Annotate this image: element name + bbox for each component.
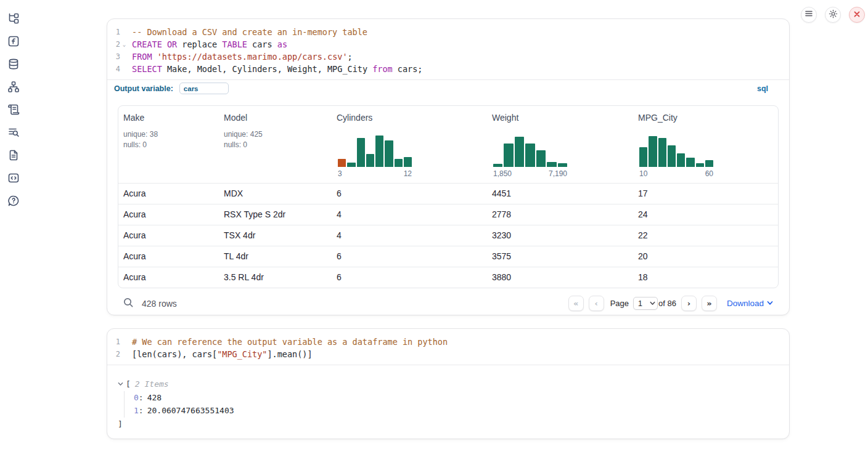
table-cell: MDX — [219, 184, 332, 204]
sidebar-item-data-sources[interactable] — [7, 59, 20, 71]
page-total: of 86 — [658, 299, 676, 308]
tree-toggle-icon[interactable] — [118, 378, 126, 391]
page-select[interactable]: 1 — [633, 297, 658, 310]
fold-spacer — [120, 348, 128, 360]
sidebar-item-file-explorer[interactable] — [7, 14, 20, 26]
menu-button[interactable] — [801, 7, 817, 23]
python-code-editor[interactable]: 1# We can reference the output variable … — [107, 329, 789, 365]
tree-children: 0:4281:20.060747663551403 — [124, 391, 789, 418]
line-number: 1 — [107, 26, 120, 38]
column-title: Cylinders — [337, 113, 482, 123]
output-variable-input[interactable] — [179, 83, 229, 94]
data-table: Makeunique: 38nulls: 0Modelunique: 425nu… — [118, 105, 779, 288]
histogram-bar — [375, 136, 383, 167]
sidebar-item-dependency-graph[interactable] — [7, 82, 20, 94]
sidebar-item-snippets[interactable] — [7, 173, 20, 185]
histogram-bar — [649, 136, 657, 167]
download-button[interactable]: Download — [727, 299, 773, 308]
sql-code-editor[interactable]: 1-- Download a CSV and create an in-memo… — [107, 19, 789, 79]
first-page-button[interactable]: « — [568, 296, 584, 311]
code-snippet-icon — [7, 172, 20, 187]
tree-key: 1 — [134, 406, 139, 415]
column-header-model[interactable]: Modelunique: 425nulls: 0 — [219, 106, 332, 183]
chevron-down-icon — [767, 299, 773, 308]
table-cell: Acura — [118, 246, 219, 267]
cell-sql: 1-- Download a CSV and create an in-memo… — [107, 18, 790, 315]
histogram-min-label: 3 — [338, 169, 342, 178]
tree-value: 428 — [147, 393, 162, 402]
table-cell: 3575 — [487, 246, 633, 267]
line-number: 1 — [107, 336, 120, 348]
column-histogram: 1060 — [639, 134, 713, 178]
table-cell: 4451 — [487, 184, 633, 204]
histogram-bar — [639, 147, 647, 167]
table-cell: TL 4dr — [219, 246, 332, 267]
sidebar-item-documentation[interactable] — [7, 150, 20, 163]
table-cell: 6 — [332, 184, 487, 204]
tree-close-bracket: ] — [118, 418, 789, 431]
table-cell: 3230 — [487, 225, 633, 246]
column-header-weight[interactable]: Weight1,8507,190 — [487, 106, 633, 183]
cell-python: 1# We can reference the output variable … — [107, 328, 790, 439]
hamburger-icon — [805, 9, 813, 20]
table-cell: TSX 4dr — [219, 225, 332, 246]
sidebar-item-scratchpad[interactable] — [7, 105, 20, 117]
table-cell: RSX Type S 2dr — [219, 204, 332, 225]
shutdown-button[interactable] — [849, 7, 865, 23]
histogram-bar — [658, 138, 666, 167]
sidebar-item-help[interactable] — [7, 196, 20, 208]
tree-entry: 1:20.060747663551403 — [134, 404, 789, 418]
settings-button[interactable] — [825, 7, 841, 23]
table-row: Acura3.5 RL 4dr6388018 — [118, 267, 778, 288]
column-histogram: 1,8507,190 — [493, 134, 567, 178]
search-button[interactable] — [123, 298, 134, 309]
table-cell: 18 — [633, 267, 778, 288]
table-cell: Acura — [118, 184, 219, 204]
sidebar-item-variables[interactable] — [7, 36, 20, 49]
table-cell: 24 — [633, 204, 778, 225]
column-stats: unique: 38nulls: 0 — [123, 129, 214, 150]
code-line[interactable]: 1# We can reference the output variable … — [107, 336, 789, 348]
histogram-bar — [357, 138, 365, 167]
help-bubble-icon — [7, 195, 20, 209]
histogram-bar — [558, 163, 567, 167]
histogram-bar — [536, 150, 546, 167]
table-cell: 22 — [633, 225, 778, 246]
histogram-min-label: 1,850 — [493, 169, 512, 178]
fold-icon[interactable]: ⌄ — [120, 38, 128, 51]
histogram-max-label: 60 — [705, 169, 713, 178]
column-title: Weight — [492, 113, 628, 123]
prev-page-button[interactable]: ‹ — [589, 296, 604, 311]
table-body: AcuraMDX6445117AcuraRSX Type S 2dr427782… — [118, 183, 778, 288]
topbar — [801, 7, 865, 23]
column-header-make[interactable]: Makeunique: 38nulls: 0 — [118, 106, 219, 183]
sidebar-item-logs[interactable] — [7, 127, 20, 140]
language-badge-sql[interactable]: sql — [757, 84, 768, 93]
histogram-bar — [668, 145, 676, 167]
histogram-bar — [515, 137, 524, 167]
code-line[interactable]: 2⌄CREATE OR replace TABLE cars as — [107, 38, 789, 51]
last-page-button[interactable]: » — [702, 296, 717, 311]
code-line[interactable]: 3FROM 'https://datasets.marimo.app/cars.… — [107, 51, 789, 63]
histogram-bar — [686, 158, 694, 167]
histogram-bar — [366, 154, 374, 167]
code-line[interactable]: 4SELECT Make, Model, Cylinders, Weight, … — [107, 63, 789, 75]
histogram-bar — [347, 163, 355, 167]
download-label: Download — [727, 299, 764, 308]
code-line[interactable]: 1-- Download a CSV and create an in-memo… — [107, 26, 789, 38]
histogram-bar — [493, 164, 502, 167]
column-header-mpg_city[interactable]: MPG_City1060 — [633, 106, 778, 183]
column-header-cylinders[interactable]: Cylinders312 — [332, 106, 487, 183]
column-title: Make — [123, 113, 214, 123]
page-select-wrap: 1 — [633, 297, 658, 310]
table-footer: 428 rows « ‹ Page 1 of 86 › » Download — [107, 288, 789, 318]
table-cell: 6 — [332, 246, 487, 267]
histogram-bar — [385, 140, 393, 167]
table-cell: 4 — [332, 225, 487, 246]
code-line[interactable]: 2[len(cars), cars["MPG_City"].mean()] — [107, 348, 789, 360]
next-page-button[interactable]: › — [681, 296, 697, 311]
column-stats: unique: 425nulls: 0 — [224, 129, 327, 150]
histogram-max-label: 7,190 — [549, 169, 567, 178]
table-row: AcuraRSX Type S 2dr4277824 — [118, 204, 778, 225]
table-row: AcuraMDX6445117 — [118, 183, 778, 204]
